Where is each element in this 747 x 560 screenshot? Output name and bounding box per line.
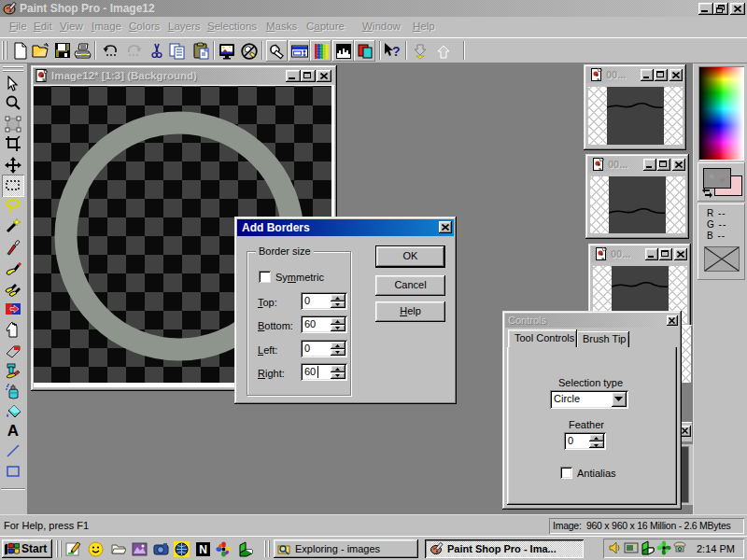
svg-text:?: ? (392, 44, 401, 59)
svg-text:N: N (199, 543, 207, 556)
svg-text:A: A (7, 422, 19, 439)
